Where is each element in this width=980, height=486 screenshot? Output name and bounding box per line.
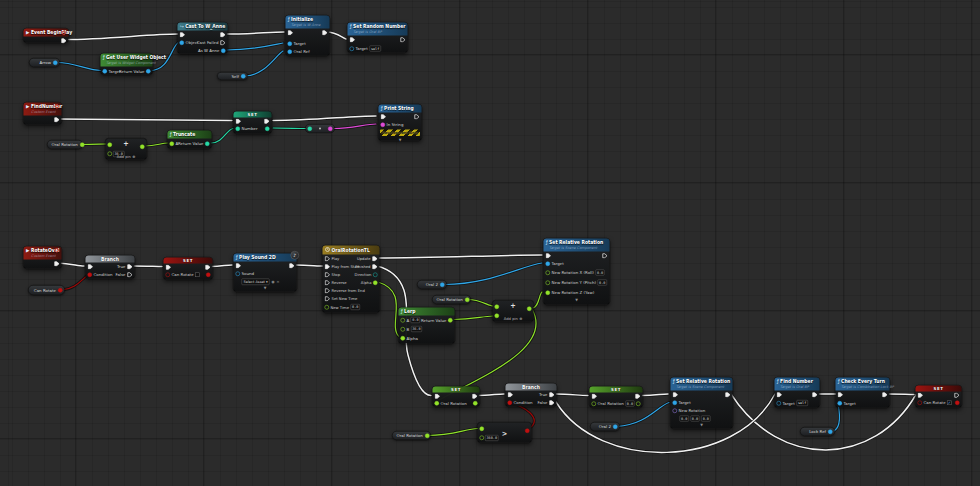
var-oral-rotation-3-oral-rotation-out-pin[interactable] [425, 433, 430, 438]
fn-play-sound-2d-sound-in-pin[interactable] [236, 271, 241, 276]
macro-branch-2-condition-in-pin[interactable] [508, 400, 513, 405]
set-number-exec-out-pin[interactable] [265, 126, 270, 131]
set-can-rotate-1-can-rotate-in-pin[interactable] [166, 272, 171, 277]
fn-set-random-number-target-in-pin[interactable] [350, 46, 355, 51]
set-can-rotate-1-exec-in-pin[interactable] [166, 264, 172, 270]
fn-set-relative-rotation-1-value-box[interactable]: 0.0 [598, 280, 607, 286]
var-oral-2-a[interactable]: Oral 2 [417, 280, 447, 289]
fn-set-relative-rotation-2-target-in-pin[interactable] [673, 400, 678, 405]
var-oral-rotation-2[interactable]: Oral Rotation [432, 295, 471, 304]
math-add-2[interactable]: +Add pin ⊕ [492, 300, 534, 322]
cast-to-w-anne-object-in-pin[interactable] [180, 40, 185, 45]
fn-find-number-target-in-pin[interactable] [777, 401, 782, 406]
var-oral-rotation-1-oral-rotation-out-pin[interactable] [80, 142, 85, 147]
fn-truncate-a-in-pin[interactable] [170, 141, 175, 146]
event-findnumber-exec-out-pin[interactable] [54, 117, 60, 123]
var-oral-rotation-2-oral-rotation-out-pin[interactable] [465, 297, 470, 302]
macro-branch-1-exec-in-pin[interactable] [88, 264, 94, 270]
fn-set-relative-rotation-2-expand-button[interactable]: ▼ [671, 423, 733, 428]
fn-find-number-value-box[interactable]: self [796, 400, 807, 406]
conv-int-to-string-out-out-pin[interactable] [328, 126, 333, 131]
set-number-exec-out-pin[interactable] [264, 118, 270, 124]
fn-print-string[interactable]: ƒPrint StringIn StringDevelopment Only▼ [378, 104, 422, 141]
timeline-oralrotationtl-value-box[interactable]: 0.0 [351, 304, 360, 310]
var-self-self-out-pin[interactable] [241, 74, 246, 79]
var-self[interactable]: Self [217, 72, 248, 80]
browse-icon[interactable]: ◉ [271, 279, 274, 284]
set-can-rotate-2-can-rotate-in-pin[interactable] [918, 400, 923, 405]
fn-set-relative-rotation-1-value-box[interactable]: 0.0 [595, 270, 604, 276]
fn-find-number-exec-in-pin[interactable] [777, 392, 783, 398]
fn-play-sound-2d-expand-button[interactable]: ▼ [234, 286, 297, 291]
timeline-oralrotationtl-reverse-from-end-in-pin[interactable] [325, 288, 331, 294]
set-oral-rotation-1-exec-out-pin[interactable] [473, 401, 478, 406]
set-can-rotate-1-checkbox[interactable] [195, 272, 200, 277]
fn-set-random-number-value-box[interactable]: self [369, 46, 380, 52]
fn-set-random-number-exec-in-pin[interactable] [350, 37, 356, 43]
macro-branch-1-false-out-pin[interactable] [127, 272, 133, 278]
fn-set-relative-rotation-2-new-rotation-in-pin[interactable] [673, 408, 678, 413]
timeline-oralrotationtl-finished-out-pin[interactable] [372, 264, 378, 270]
var-can-rotate[interactable]: Can Rotate [28, 285, 65, 295]
cast-to-w-anne-as-w-anne-out-pin[interactable] [221, 48, 226, 53]
macro-branch-1[interactable]: BranchTrueConditionFalse [85, 255, 135, 279]
timeline-oralrotationtl-play-in-pin[interactable] [325, 256, 331, 262]
math-add-1[interactable]: 36.0+Add pin ⊕ [105, 138, 147, 160]
set-can-rotate-2[interactable]: SETCan Rotate✓ [915, 385, 962, 408]
set-can-rotate-2-exec-in-pin[interactable] [918, 392, 924, 398]
fn-lerp-value-box[interactable]: 0.0 [411, 317, 420, 323]
fn-get-user-widget-object[interactable]: ƒGet User Widget ObjectTarget is Widget … [100, 53, 153, 75]
event-beginplay[interactable]: ▶Event BeginPlay [23, 28, 69, 43]
fn-lerp-a-in-pin[interactable] [401, 318, 406, 323]
fn-set-relative-rotation-1-new-rotation-y-pitch-in-pin[interactable] [546, 280, 551, 285]
fn-set-random-number-exec-out-pin[interactable] [400, 37, 406, 43]
set-oral-rotation-2[interactable]: SETOral Rotation0.0 [589, 386, 643, 408]
conv-int-to-string-in-in-pin[interactable] [308, 126, 313, 131]
blueprint-editor-viewport[interactable]: ▶Event BeginPlayArrowƒGet User Widget Ob… [0, 0, 980, 486]
fn-set-relative-rotation-2-value-box[interactable]: 0.0 [690, 416, 699, 422]
set-oral-rotation-2-exec-out-pin[interactable] [636, 401, 641, 406]
set-oral-rotation-1[interactable]: SETOral Rotation [432, 386, 480, 407]
var-oral-rotation-3[interactable]: Oral Rotation [392, 431, 431, 440]
set-oral-rotation-2-oral-rotation-in-pin[interactable] [592, 401, 597, 406]
set-oral-rotation-1-exec-in-pin[interactable] [435, 393, 441, 399]
fn-lerp-value-box[interactable]: 36.0 [411, 326, 422, 332]
var-oral-rotation-1[interactable]: Oral Rotation [47, 140, 83, 149]
set-number[interactable]: SETNumber [233, 111, 272, 134]
fn-lerp-alpha-in-pin[interactable] [401, 336, 406, 341]
fn-set-relative-rotation-1-expand-button[interactable]: ▼ [544, 298, 610, 303]
clear-icon[interactable]: × [276, 279, 279, 284]
fn-set-relative-rotation-2[interactable]: ƒSet Relative RotationTarget is Scene Co… [670, 377, 733, 429]
fn-set-relative-rotation-1-new-rotation-x-roll-in-pin[interactable] [546, 270, 551, 275]
fn-play-sound-2d-exec-out-pin[interactable] [289, 263, 295, 269]
macro-branch-2-exec-in-pin[interactable] [508, 392, 514, 398]
timeline-oralrotationtl-update-out-pin[interactable] [372, 256, 378, 262]
timeline-oralrotationtl-new-time-in-pin[interactable] [325, 305, 330, 310]
conv-int-to-string[interactable] [305, 124, 335, 133]
fn-set-random-number[interactable]: ƒSet Random NumberTarget is Oral BPTarge… [347, 22, 408, 53]
event-beginplay-exec-out-pin[interactable] [61, 38, 67, 44]
fn-set-relative-rotation-1[interactable]: ƒSet Relative RotationTarget is Scene Co… [543, 238, 610, 305]
fn-print-string-in-string-in-pin[interactable] [381, 122, 386, 127]
fn-set-relative-rotation-2-exec-out-pin[interactable] [725, 392, 731, 398]
cast-to-w-anne[interactable]: ↪Cast To W_AnneObjectCast FailedAs W Ann… [177, 22, 228, 54]
set-can-rotate-1-exec-out-pin[interactable] [205, 264, 211, 270]
fn-play-sound-2d-exec-in-pin[interactable] [236, 263, 242, 269]
fn-lerp-return-value-out-pin[interactable] [448, 318, 453, 323]
fn-set-relative-rotation-2-value-box[interactable]: 0.0 [680, 416, 689, 422]
set-oral-rotation-2-exec-out-pin[interactable] [635, 393, 641, 399]
set-can-rotate-1-exec-out-pin[interactable] [206, 272, 211, 277]
fn-print-string-exec-in-pin[interactable] [381, 114, 387, 120]
set-can-rotate-2-exec-out-pin[interactable] [955, 400, 960, 405]
cast-to-w-anne-exec-out-pin[interactable] [220, 32, 226, 38]
fn-set-relative-rotation-1-new-rotation-z-yaw-in-pin[interactable] [546, 290, 551, 295]
var-oral-2-b-oral-2-out-pin[interactable] [613, 424, 618, 429]
set-oral-rotation-1-oral-rotation-in-pin[interactable] [435, 401, 440, 406]
set-can-rotate-1[interactable]: SETCan Rotate [163, 257, 213, 280]
fn-initialize-target-in-pin[interactable] [288, 41, 293, 46]
fn-initialize-exec-in-pin[interactable] [288, 30, 294, 36]
fn-find-number[interactable]: ƒFind NumberTarget is Oral BPTargetself [774, 377, 820, 408]
fn-set-relative-rotation-1-exec-out-pin[interactable] [602, 253, 608, 259]
fn-truncate-return-value-out-pin[interactable] [205, 141, 210, 146]
var-arrow[interactable]: Arrow [29, 58, 60, 67]
